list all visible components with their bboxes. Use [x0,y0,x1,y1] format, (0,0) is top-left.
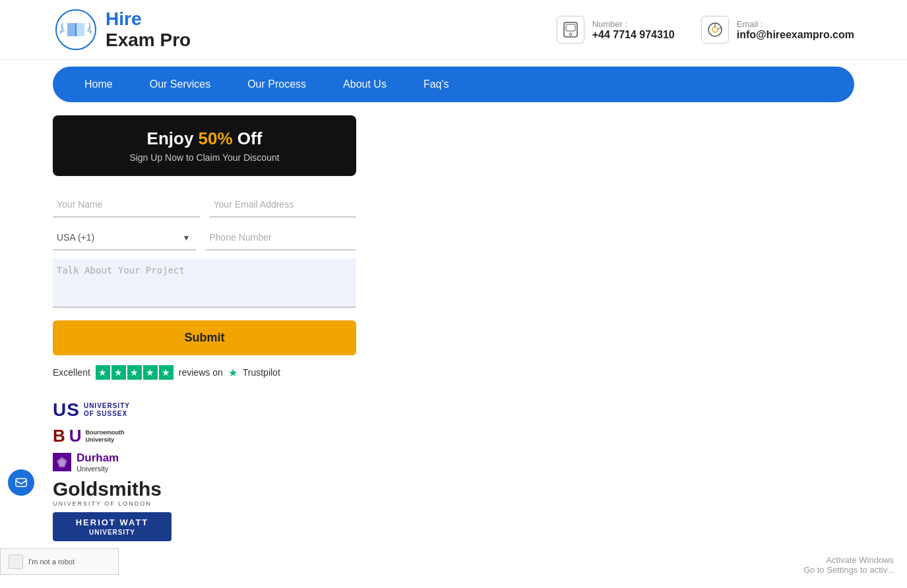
svg-rect-13 [16,479,26,486]
heriot-name-1: HERIOT WATT [76,517,149,527]
university-heriot: HERIOT WATT UNIVERSITY [53,512,172,541]
enjoy-text: Enjoy [147,129,199,148]
excellent-label: Excellent [53,367,90,378]
sussex-name-1: UNIVERSITY [84,402,130,410]
university-durham: Durham University [53,452,854,473]
nav-link-faqs[interactable]: Faq's [405,67,468,102]
svg-rect-3 [76,23,84,36]
country-select[interactable]: USA (+1) UK (+44) Canada (+1) Australia … [53,225,196,250]
submit-button[interactable]: Submit [53,320,356,355]
logo-text: Hire Exam Pro [106,9,191,51]
email-input[interactable] [210,192,357,218]
recaptcha-label: I'm not a robot [28,558,75,566]
star-4: ★ [143,365,158,380]
trustpilot-section: Excellent ★ ★ ★ ★ ★ reviews on ★ Trustpi… [53,365,356,380]
main-content: Enjoy 50% Off Sign Up Now to Claim Your … [0,115,907,541]
number-label: Number : [592,19,675,29]
contact-number: Number : +44 7714 974310 [557,16,675,44]
contact-email-info: Email : info@hireexampro.com [737,19,854,41]
message-textarea[interactable] [53,258,356,308]
goldsmiths-sub: UNIVERSITY OF LONDON [53,500,854,507]
number-value: +44 7714 974310 [592,29,675,41]
durham-name-2: University [77,465,119,473]
navbar: Home Our Services Our Process About Us F… [53,67,854,102]
promo-percent: 50% [199,129,233,148]
nav-item-our-services[interactable]: Our Services [131,67,229,102]
floating-icon [15,476,28,489]
durham-name-1: Durham [77,452,119,465]
recaptcha-checkbox[interactable] [9,554,23,569]
name-input[interactable] [53,192,200,218]
trustpilot-stars: ★ ★ ★ ★ ★ [96,365,173,380]
header: Hire Exam Pro Number : +44 7714 974310 [0,0,907,60]
durham-text: Durham University [77,452,119,473]
bmouth-b: B [53,426,65,446]
nav-list: Home Our Services Our Process About Us F… [66,67,841,102]
university-goldsmiths: Goldsmiths UNIVERSITY OF LONDON [53,478,854,507]
logo-area[interactable]: Hire Exam Pro [53,7,191,53]
contact-email: Email : info@hireexampro.com [701,16,854,44]
contact-form: USA (+1) UK (+44) Canada (+1) Australia … [53,192,356,380]
promo-subtitle: Sign Up Now to Claim Your Discount [73,152,336,163]
star-3: ★ [127,365,142,380]
recaptcha-widget: I'm not a robot [0,548,119,575]
phone-input[interactable] [206,225,357,250]
floating-action-button[interactable] [8,469,34,496]
email-value: info@hireexampro.com [737,29,854,41]
trustpilot-platform: Trustpilot [243,367,280,378]
reviews-on: reviews on [179,367,223,378]
promo-banner: Enjoy 50% Off Sign Up Now to Claim Your … [53,115,356,176]
form-row-2: USA (+1) UK (+44) Canada (+1) Australia … [53,225,356,250]
svg-point-7 [569,33,572,36]
goldsmiths-name: Goldsmiths [53,478,854,500]
contact-number-info: Number : +44 7714 974310 [592,19,675,41]
nav-item-about-us[interactable]: About Us [325,67,405,102]
star-1: ★ [96,365,110,380]
universities-section: US UNIVERSITY OF SUSSEX B U Bournemouth … [53,399,854,541]
university-bournemouth: B U Bournemouth University [53,426,854,446]
trustpilot-logo-star: ★ [228,367,237,379]
university-sussex: US UNIVERSITY OF SUSSEX [53,399,854,421]
off-text: Off [233,129,263,148]
country-select-wrap: USA (+1) UK (+44) Canada (+1) Australia … [53,225,196,250]
nav-item-home[interactable]: Home [66,67,131,102]
email-label: Email : [737,19,854,29]
form-row-1 [53,192,356,218]
heriot-name-2: UNIVERSITY [89,529,135,536]
bmouth-name-1: Bournemouth [86,429,125,436]
bmouth-text: Bournemouth University [86,429,125,444]
bmouth-name-2: University [86,436,125,444]
star-2: ★ [111,365,126,380]
email-icon [701,16,729,44]
svg-point-9 [712,27,718,32]
durham-icon [53,453,71,471]
svg-rect-2 [67,23,76,36]
nav-item-our-process[interactable]: Our Process [229,67,325,102]
sussex-name-2: OF SUSSEX [84,410,130,418]
logo-hire: Hire [106,9,191,30]
promo-title: Enjoy 50% Off [73,129,336,149]
activate-watermark: Activate Windows Go to Settings to activ… [803,555,894,575]
activate-line1: Activate Windows [803,555,894,565]
phone-icon [557,16,584,44]
nav-item-faqs[interactable]: Faq's [405,67,468,102]
nav-link-our-process[interactable]: Our Process [229,67,325,102]
sussex-abbr: US [53,399,80,421]
svg-rect-6 [566,24,575,31]
contact-area: Number : +44 7714 974310 Email : info@hi… [557,16,854,44]
nav-link-home[interactable]: Home [66,67,131,102]
sussex-text: UNIVERSITY OF SUSSEX [84,402,130,418]
nav-link-our-services[interactable]: Our Services [131,67,229,102]
logo-icon [53,7,99,53]
logo-exam-pro: Exam Pro [106,30,191,51]
bmouth-u: U [69,426,82,446]
star-5: ★ [159,365,173,380]
activate-line2: Go to Settings to activ... [803,565,894,575]
nav-link-about-us[interactable]: About Us [325,67,405,102]
